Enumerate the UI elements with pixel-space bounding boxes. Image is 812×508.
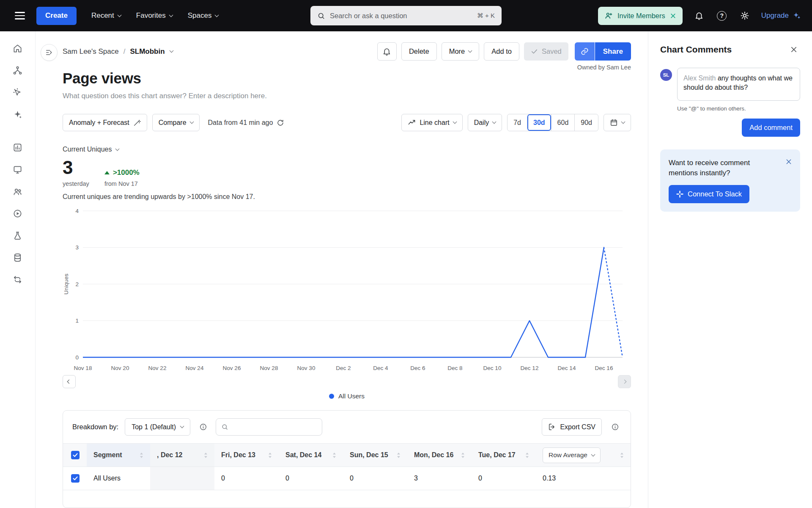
value-cell: 3 [407,467,472,490]
sidebar-item-experiments[interactable] [8,225,28,246]
sort-icon[interactable] [461,452,465,458]
legend-dot-icon [329,394,334,399]
chevron-down-icon [117,13,121,17]
add-to-button[interactable]: Add to [484,42,519,61]
nav-menu-favorites[interactable]: Favorites [130,7,179,25]
breakdown-table: Segment, Dec 12Fri, Dec 13Sat, Dec 14Sun… [63,443,631,490]
sidebar-item-web[interactable] [8,159,28,179]
chart-scroll-right-button[interactable] [618,375,631,388]
top-nav: Create Recent Favorites Spaces ⌘ + K Inv… [0,0,812,31]
dismiss-slack-banner-icon[interactable] [782,155,795,168]
sidebar-item-session-replay[interactable] [8,203,28,224]
close-comments-icon[interactable] [787,43,800,56]
upgrade-button[interactable]: Upgrade [761,11,801,20]
saved-button[interactable]: Saved [524,42,568,61]
global-search[interactable]: ⌘ + K [310,6,502,25]
more-button[interactable]: More [442,42,480,61]
line-chart[interactable]: 01234Nov 18Nov 20Nov 22Nov 24Nov 26Nov 2… [63,205,629,374]
column-header[interactable]: , Dec 12 [150,444,214,467]
settings-gear-icon[interactable] [738,9,751,22]
sidebar-item-data[interactable] [8,247,28,268]
share-button-group: Share [575,42,631,61]
comment-actions: Add comment [660,119,800,137]
column-header[interactable]: Segment [87,444,150,467]
breakdown-controls: Breakdown by: Top 1 (Default) Export CSV [63,411,631,443]
chart-description-placeholder[interactable]: What question does this chart answer? En… [63,92,631,100]
column-header[interactable]: Tue, Dec 17 [472,444,536,467]
sort-icon[interactable] [140,452,143,458]
chart-scroll-left-button[interactable] [63,375,76,388]
interval-select[interactable]: Daily [468,114,502,131]
sort-icon[interactable] [204,452,208,458]
checkbox[interactable] [71,474,80,483]
column-header[interactable]: Sun, Dec 15 [343,444,407,467]
add-comment-button[interactable]: Add comment [742,119,800,137]
breadcrumb-space[interactable]: Sam Lee's Space [63,47,119,56]
nav-menu-recent[interactable]: Recent [85,7,127,25]
anomaly-forecast-button[interactable]: Anomaly + Forecast [63,114,147,131]
sort-icon[interactable] [268,452,272,458]
hamburger-menu-icon[interactable] [11,7,29,25]
range-60d-button[interactable]: 60d [551,114,575,131]
sidebar-item-activity[interactable] [8,82,28,102]
value-cell: 0 [472,467,536,490]
compare-button[interactable]: Compare [152,114,200,131]
notifications-bell-icon[interactable] [693,9,705,22]
nav-menu-spaces[interactable]: Spaces [181,7,225,25]
sort-icon[interactable] [397,452,401,458]
chart-type-select[interactable]: Line chart [401,114,462,131]
dismiss-invite-icon[interactable] [670,13,676,19]
sidebar-item-home[interactable] [8,38,28,58]
range-90d-button[interactable]: 90d [574,114,598,131]
collapse-sidebar-button[interactable] [41,44,58,61]
column-header[interactable]: Sat, Dec 14 [279,444,343,467]
export-csv-button[interactable]: Export CSV [542,418,602,436]
table-header-row: Segment, Dec 12Fri, Dec 13Sat, Dec 14Sun… [63,444,631,467]
chart-legend[interactable]: All Users [63,392,631,400]
column-header[interactable]: Mon, Dec 16 [407,444,472,467]
help-icon[interactable]: ? [716,9,728,22]
chart-notifications-button[interactable] [377,42,397,61]
copy-link-button[interactable] [575,42,595,61]
connect-to-slack-button[interactable]: Connect To Slack [669,185,749,203]
breakdown-selector[interactable]: Top 1 (Default) [125,418,190,436]
create-button[interactable]: Create [36,7,77,25]
sidebar-item-connections[interactable] [8,269,28,290]
breakdown-search[interactable] [216,418,322,436]
calendar-button[interactable] [604,114,631,131]
checkbox[interactable] [71,451,80,459]
sort-icon[interactable] [332,452,336,458]
breakdown-search-input[interactable] [232,423,317,431]
panel-toggle-icon [45,48,53,57]
page-title[interactable]: Page views [63,70,631,87]
sort-icon[interactable] [620,452,624,458]
sidebar-item-objects[interactable] [8,60,28,80]
trend-summary-text: Current uniques are trending upwards by … [63,193,631,201]
refresh-icon[interactable] [277,119,284,127]
value-cell: 0 [343,467,407,490]
table-row[interactable]: All Users000300.13 [63,467,631,490]
sort-icon[interactable] [525,452,529,458]
invite-members-button[interactable]: Invite Members [598,7,683,25]
measure-select[interactable]: Current Uniques [63,146,119,153]
line-chart-icon [408,119,416,127]
column-header[interactable]: Fri, Dec 13 [214,444,279,467]
sidebar-item-audiences[interactable] [8,181,28,202]
share-button[interactable]: Share [595,42,631,61]
breakdown-info-icon[interactable] [197,421,209,433]
chevron-down-icon[interactable] [169,49,173,53]
trend-up-icon [104,171,110,174]
table-info-icon[interactable] [609,421,621,433]
ai-sparkle-icon [13,110,22,119]
comment-input[interactable]: Alex Smith any thoughts on what we shoul… [677,68,800,101]
column-header-row-average[interactable]: Row Average [536,444,631,467]
sidebar-item-ai[interactable] [8,104,28,124]
chart-area: 01234Nov 18Nov 20Nov 22Nov 24Nov 26Nov 2… [63,205,631,400]
search-input[interactable] [330,12,477,20]
delete-button[interactable]: Delete [401,42,437,61]
row-average-select[interactable]: Row Average [543,447,601,463]
sidebar-item-charts[interactable] [8,137,28,157]
breadcrumb-current[interactable]: SLMobbin [130,47,173,56]
range-30d-button[interactable]: 30d [527,114,551,131]
range-7d-button[interactable]: 7d [508,114,527,131]
